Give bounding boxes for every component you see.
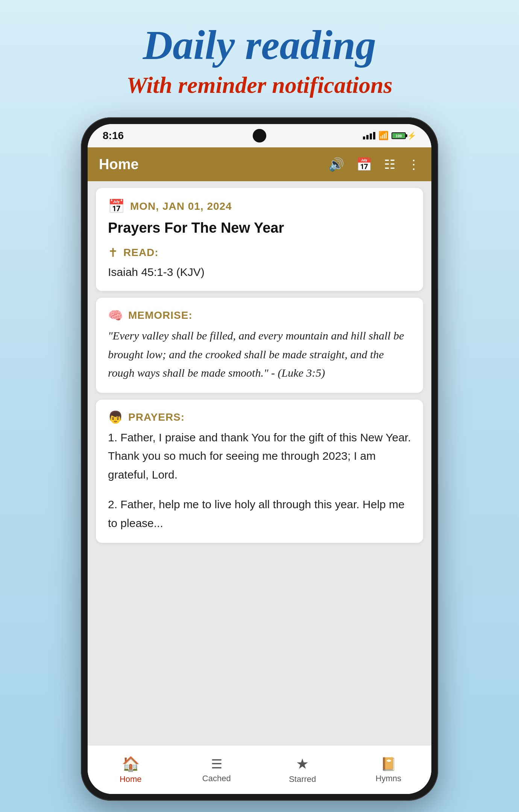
nav-home[interactable]: 🏠 Home — [88, 756, 174, 784]
home-icon: 🏠 — [122, 756, 140, 772]
nav-hymns-label: Hymns — [376, 774, 401, 783]
status-time: 8:16 — [103, 130, 124, 142]
nav-starred-label: Starred — [289, 774, 316, 784]
status-bar: 8:16 📶 100 ⚡ — [88, 124, 431, 147]
prayers-text-2: 2. Father, help me to live holy all thro… — [108, 495, 411, 532]
read-verse: Isaiah 45:1-3 (KJV) — [108, 264, 411, 280]
prayers-card: 👦 PRAYERS: 1. Father, I praise and thank… — [96, 400, 423, 543]
toolbar-icons[interactable]: 🔊 📅 ☷ ⋮ — [328, 157, 420, 172]
prayers-label: PRAYERS: — [128, 411, 185, 423]
nav-cached-label: Cached — [202, 774, 231, 783]
memorise-text: "Every valley shall be filled, and every… — [108, 326, 411, 382]
star-icon: ★ — [296, 756, 309, 772]
date-text: MON, JAN 01, 2024 — [130, 200, 232, 212]
date-calendar-icon: 📅 — [108, 198, 125, 214]
calendar-icon[interactable]: 📅 — [356, 157, 372, 172]
nav-home-label: Home — [120, 774, 142, 784]
memorise-row: 🧠 MEMORISE: — [108, 308, 411, 323]
memorise-label: MEMORISE: — [128, 309, 193, 321]
toolbar-title: Home — [99, 156, 328, 173]
phone-mockup: 8:16 📶 100 ⚡ — [81, 117, 438, 801]
battery-level: 100 — [392, 132, 406, 139]
memorise-card: 🧠 MEMORISE: "Every valley shall be fille… — [96, 298, 423, 393]
prayers-row: 👦 PRAYERS: — [108, 410, 411, 424]
signal-icon — [363, 132, 375, 139]
battery-icon: 100 ⚡ — [392, 131, 416, 140]
bottom-nav: 🏠 Home ☰ Cached ★ Starred 📔 Hymns — [88, 745, 431, 794]
brain-icon: 🧠 — [108, 308, 123, 323]
hymns-icon: 📔 — [381, 756, 396, 771]
prayers-text-1: 1. Father, I praise and thank You for th… — [108, 428, 411, 484]
wifi-icon: 📶 — [378, 131, 388, 141]
read-row: ✝ READ: — [108, 245, 411, 260]
app-toolbar: Home 🔊 📅 ☷ ⋮ — [88, 147, 431, 181]
cached-icon: ☰ — [211, 756, 222, 771]
content-area: 📅 MON, JAN 01, 2024 Prayers For The New … — [88, 181, 431, 745]
read-label: READ: — [123, 247, 159, 259]
more-icon[interactable]: ⋮ — [407, 157, 420, 172]
volume-icon[interactable]: 🔊 — [328, 157, 344, 172]
date-title-card: 📅 MON, JAN 01, 2024 Prayers For The New … — [96, 188, 423, 291]
list-icon[interactable]: ☷ — [384, 157, 395, 172]
cross-icon: ✝ — [108, 245, 118, 260]
person-icon: 👦 — [108, 410, 123, 424]
date-row: 📅 MON, JAN 01, 2024 — [108, 198, 411, 214]
status-icons: 📶 100 ⚡ — [363, 131, 416, 141]
nav-starred[interactable]: ★ Starred — [260, 756, 346, 784]
devotion-title: Prayers For The New Year — [108, 219, 411, 237]
nav-cached[interactable]: ☰ Cached — [174, 756, 260, 783]
page-title: Daily reading — [30, 23, 489, 68]
camera-notch — [253, 129, 266, 142]
nav-hymns[interactable]: 📔 Hymns — [346, 756, 432, 783]
page-subtitle: With reminder notifications — [30, 72, 489, 98]
